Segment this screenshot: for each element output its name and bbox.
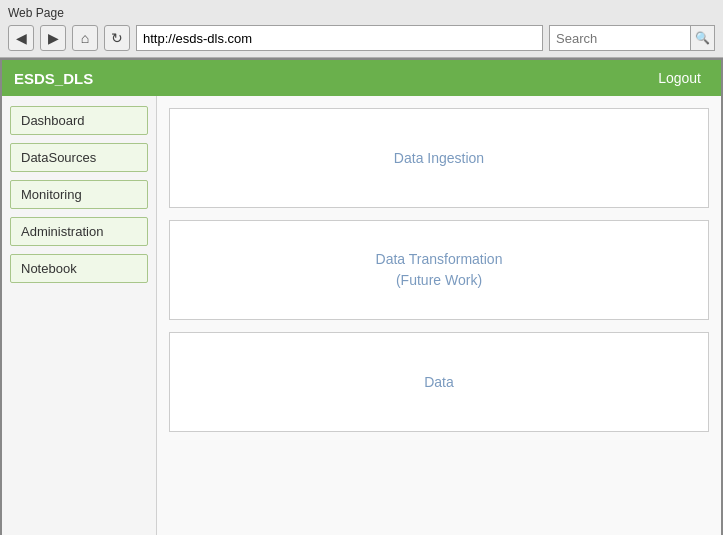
sidebar-item-monitoring[interactable]: Monitoring [10, 180, 148, 209]
address-bar[interactable] [136, 25, 543, 51]
browser-chrome: Web Page ◀ ▶ ⌂ ↻ 🔍 [0, 0, 723, 58]
browser-toolbar: ◀ ▶ ⌂ ↻ 🔍 [8, 25, 715, 51]
data-label: Data [424, 372, 454, 393]
content-area: Data Ingestion Data Transformation(Futur… [157, 96, 721, 535]
sidebar-item-notebook[interactable]: Notebook [10, 254, 148, 283]
app-container: ESDS_DLS Logout Dashboard DataSources Mo… [0, 58, 723, 535]
app-title: ESDS_DLS [14, 70, 93, 87]
search-button[interactable]: 🔍 [690, 26, 714, 50]
logout-button[interactable]: Logout [650, 66, 709, 90]
data-ingestion-card[interactable]: Data Ingestion [169, 108, 709, 208]
forward-button[interactable]: ▶ [40, 25, 66, 51]
data-transformation-card[interactable]: Data Transformation(Future Work) [169, 220, 709, 320]
data-card[interactable]: Data [169, 332, 709, 432]
search-input[interactable] [550, 26, 690, 50]
search-box: 🔍 [549, 25, 715, 51]
sidebar-item-administration[interactable]: Administration [10, 217, 148, 246]
main-layout: Dashboard DataSources Monitoring Adminis… [2, 96, 721, 535]
data-ingestion-label: Data Ingestion [394, 148, 484, 169]
top-bar: ESDS_DLS Logout [2, 60, 721, 96]
sidebar: Dashboard DataSources Monitoring Adminis… [2, 96, 157, 535]
back-button[interactable]: ◀ [8, 25, 34, 51]
sidebar-item-dashboard[interactable]: Dashboard [10, 106, 148, 135]
browser-title: Web Page [8, 6, 715, 20]
sidebar-item-datasources[interactable]: DataSources [10, 143, 148, 172]
refresh-button[interactable]: ↻ [104, 25, 130, 51]
home-button[interactable]: ⌂ [72, 25, 98, 51]
data-transformation-label: Data Transformation(Future Work) [376, 249, 503, 291]
